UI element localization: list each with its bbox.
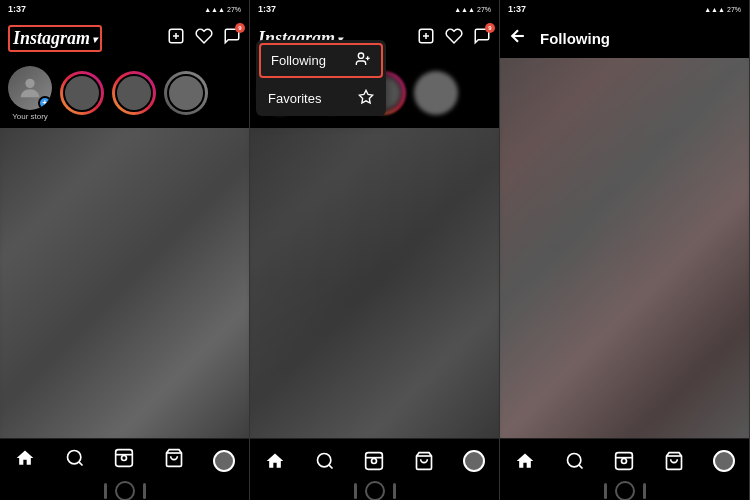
home-icon-1: [15, 448, 35, 473]
reels-icon-1: [114, 448, 134, 473]
g2: [115, 481, 135, 500]
svg-point-17: [317, 453, 330, 466]
your-story-item[interactable]: + Your story: [8, 66, 52, 121]
panel-2: 1:37 ▲▲▲ 27% Instagram ▾: [250, 0, 500, 500]
gesture-triple-1: [104, 481, 146, 500]
story-item-3[interactable]: [112, 71, 156, 115]
status-bar-3: 1:37 ▲▲▲ 27%: [500, 0, 749, 18]
status-icons-1: ▲▲▲ 27%: [204, 6, 241, 13]
story-inner-2: [63, 74, 101, 112]
heart-icon-1[interactable]: [195, 27, 213, 49]
svg-point-20: [372, 458, 377, 463]
heart-icon-2[interactable]: [445, 27, 463, 49]
reels-icon-3: [614, 451, 634, 471]
stories-row-1: + Your story: [0, 58, 249, 128]
back-arrow[interactable]: [508, 26, 528, 51]
blurred-feed-3: [500, 58, 749, 438]
time-3: 1:37: [508, 4, 526, 14]
status-icons-2: ▲▲▲ 27%: [454, 6, 491, 13]
search-tab-1[interactable]: [50, 448, 100, 473]
profile-tab-1[interactable]: [199, 450, 249, 472]
shop-icon-3: [664, 451, 684, 471]
home-tab-2[interactable]: [250, 451, 300, 471]
time-1: 1:37: [8, 4, 26, 14]
search-icon-2: [315, 451, 335, 471]
svg-marker-16: [359, 90, 372, 103]
svg-line-25: [579, 464, 583, 468]
g5: [365, 481, 385, 500]
reels-tab-3[interactable]: [600, 451, 650, 471]
panel-1: 1:37 ▲▲▲ 27% Instagram ▾: [0, 0, 250, 500]
svg-point-3: [25, 78, 34, 87]
shop-icon-2: [414, 451, 434, 471]
svg-point-27: [622, 458, 627, 463]
blurred-feed-1: [0, 128, 249, 438]
home-icon-3: [515, 451, 535, 471]
search-icon-3: [565, 451, 585, 471]
reels-tab-1[interactable]: [100, 448, 150, 473]
shop-icon-1: [164, 448, 184, 473]
profile-avatar-1: [213, 450, 235, 472]
gesture-bar-1: [0, 482, 249, 500]
instagram-logo-boxed[interactable]: Instagram ▾: [8, 25, 102, 52]
g7: [604, 483, 607, 499]
shop-tab-3[interactable]: [649, 451, 699, 471]
panel-3: 1:37 ▲▲▲ 27% Following: [500, 0, 750, 500]
feed-content-1: [0, 128, 249, 438]
bottom-nav-2: [250, 438, 499, 482]
search-tab-2[interactable]: [300, 451, 350, 471]
story-item-2[interactable]: [60, 71, 104, 115]
home-tab-3[interactable]: [500, 451, 550, 471]
status-icons-3: ▲▲▲ 27%: [704, 6, 741, 13]
dropdown-following[interactable]: Following: [259, 43, 383, 78]
notification-badge-2: 9: [485, 23, 495, 33]
messenger-icon-1[interactable]: 9: [223, 27, 241, 49]
svg-line-5: [79, 462, 83, 466]
g1: [104, 483, 107, 499]
messenger-icon-2[interactable]: 9: [473, 27, 491, 49]
your-story-avatar: +: [8, 66, 52, 110]
nav-icons-1: 9: [167, 27, 241, 49]
g8: [615, 481, 635, 500]
battery-3: 27%: [727, 6, 741, 13]
gesture-bar-3: [500, 482, 749, 500]
following-page-title: Following: [540, 30, 610, 47]
profile-tab-2[interactable]: [449, 450, 499, 472]
status-bar-2: 1:37 ▲▲▲ 27%: [250, 0, 499, 18]
add-icon-2[interactable]: [417, 27, 435, 49]
profile-tab-3[interactable]: [699, 450, 749, 472]
svg-rect-26: [616, 452, 633, 469]
dropdown-arrow-1: ▾: [92, 34, 97, 45]
reels-tab-2[interactable]: [350, 451, 400, 471]
home-tab-1[interactable]: [0, 448, 50, 473]
home-icon-2: [265, 451, 285, 471]
gesture-bar-2: [250, 482, 499, 500]
story-ring-4: [164, 71, 208, 115]
g6: [393, 483, 396, 499]
bottom-nav-1: [0, 438, 249, 482]
battery-2: 27%: [477, 6, 491, 13]
shop-tab-2[interactable]: [399, 451, 449, 471]
story-inner-4: [167, 74, 205, 112]
dropdown-favorites[interactable]: Favorites: [256, 81, 386, 116]
add-icon-1[interactable]: [167, 27, 185, 49]
story-ring-2: [60, 71, 104, 115]
search-icon-1: [65, 448, 85, 473]
person-add-icon: [355, 51, 371, 70]
gesture-triple-2: [354, 481, 396, 500]
dropdown-menu: Following Favorites: [256, 40, 386, 116]
search-tab-3[interactable]: [550, 451, 600, 471]
profile-avatar-3: [713, 450, 735, 472]
battery-1: 27%: [227, 6, 241, 13]
shop-tab-1[interactable]: [149, 448, 199, 473]
notification-badge-1: 9: [235, 23, 245, 33]
following-label: Following: [271, 53, 326, 68]
story-item-4[interactable]: [164, 71, 208, 115]
add-story-badge: +: [38, 96, 52, 110]
your-story-label: Your story: [12, 112, 48, 121]
time-2: 1:37: [258, 4, 276, 14]
g4: [354, 483, 357, 499]
story-ring-3: [112, 71, 156, 115]
svg-point-7: [122, 456, 127, 461]
star-icon: [358, 89, 374, 108]
